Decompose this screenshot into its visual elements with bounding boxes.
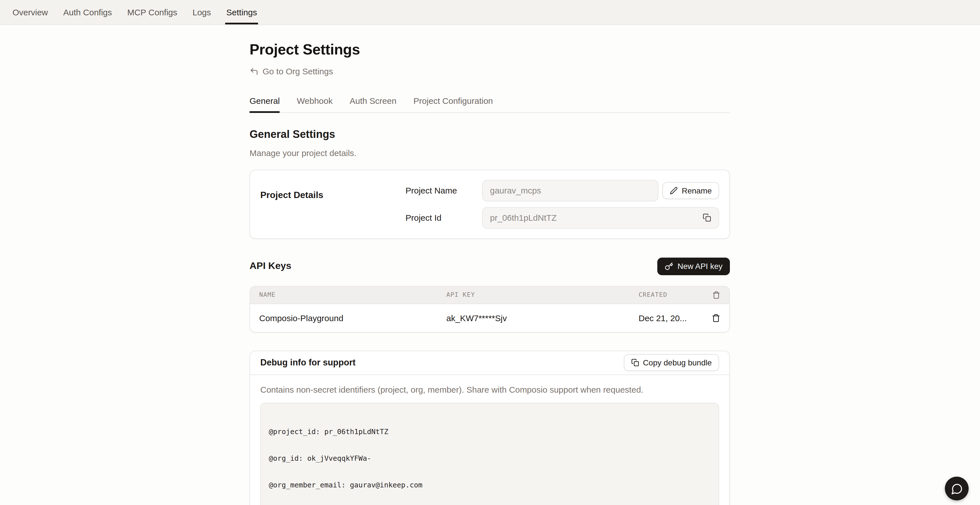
column-header-name: NAME: [259, 291, 446, 298]
main-content: Project Settings Go to Org Settings Gene…: [250, 25, 730, 505]
api-keys-table-header: NAME API KEY CREATED: [250, 286, 730, 304]
tab-project-configuration[interactable]: Project Configuration: [414, 92, 493, 112]
api-keys-header: API Keys New API key: [250, 257, 730, 275]
debug-card-header: Debug info for support Copy debug bundle: [250, 351, 729, 375]
chat-bubble-icon: [951, 483, 963, 494]
support-chat-button[interactable]: [945, 476, 969, 500]
api-key-name-cell: Composio-Playground: [259, 313, 446, 323]
new-api-key-button[interactable]: New API key: [657, 257, 730, 275]
project-id-input-wrap: [482, 207, 719, 228]
pencil-icon: [670, 186, 678, 194]
api-key-value-cell: ak_KW7*****Sjv: [446, 313, 639, 323]
debug-line-project-id: @project_id: pr_06th1pLdNtTZ: [269, 427, 711, 436]
nav-item-overview[interactable]: Overview: [13, 0, 48, 24]
project-id-label: Project Id: [406, 213, 482, 222]
debug-line-org-id: @org_id: ok_jVveqqkYFWa-: [269, 454, 711, 463]
debug-info-card: Debug info for support Copy debug bundle…: [250, 350, 730, 505]
top-navigation: Overview Auth Configs MCP Configs Logs S…: [0, 0, 980, 25]
go-to-org-settings-link[interactable]: Go to Org Settings: [250, 66, 333, 76]
project-details-card: Project Details Project Name Rename Proj…: [250, 169, 730, 239]
project-name-row: Project Name Rename: [406, 180, 719, 201]
new-api-key-button-label: New API key: [678, 261, 722, 271]
trash-icon[interactable]: [712, 291, 720, 299]
general-settings-heading: General Settings: [250, 128, 730, 140]
debug-card-body: Contains non-secret identifiers (project…: [250, 375, 729, 505]
page-title: Project Settings: [250, 41, 730, 59]
settings-tabs: General Webhook Auth Screen Project Conf…: [250, 92, 730, 113]
nav-item-auth-configs[interactable]: Auth Configs: [63, 0, 112, 24]
debug-card-title: Debug info for support: [260, 357, 356, 368]
project-id-row: Project Id: [406, 207, 719, 228]
trash-icon[interactable]: [712, 314, 720, 322]
copy-icon: [702, 213, 711, 222]
nav-item-mcp-configs[interactable]: MCP Configs: [127, 0, 177, 24]
nav-item-settings[interactable]: Settings: [226, 0, 257, 24]
back-link-label: Go to Org Settings: [262, 66, 333, 76]
project-details-fields: Project Name Rename Project Id: [406, 180, 719, 228]
debug-description: Contains non-secret identifiers (project…: [260, 384, 719, 394]
project-name-label: Project Name: [406, 186, 482, 195]
tab-general[interactable]: General: [250, 92, 280, 112]
api-key-created-cell: Dec 21, 20...: [639, 313, 709, 323]
copy-project-id-button[interactable]: [701, 212, 712, 223]
project-id-input[interactable]: [482, 207, 719, 228]
copy-icon: [631, 358, 639, 366]
api-key-row: Composio-Playground ak_KW7*****Sjv Dec 2…: [250, 304, 730, 332]
general-settings-subheading: Manage your project details.: [250, 148, 730, 158]
api-keys-heading: API Keys: [250, 260, 291, 272]
nav-item-logs[interactable]: Logs: [192, 0, 211, 24]
tab-auth-screen[interactable]: Auth Screen: [350, 92, 396, 112]
api-keys-table: NAME API KEY CREATED Composio-Playground…: [250, 286, 730, 332]
rename-button-label: Rename: [682, 186, 712, 195]
copy-debug-bundle-button[interactable]: Copy debug bundle: [624, 354, 719, 371]
debug-bundle-code-block: @project_id: pr_06th1pLdNtTZ @org_id: ok…: [260, 403, 719, 505]
key-icon: [664, 262, 673, 270]
copy-debug-bundle-label: Copy debug bundle: [643, 358, 712, 367]
app-viewport: Overview Auth Configs MCP Configs Logs S…: [0, 0, 980, 505]
project-name-input[interactable]: [482, 180, 659, 201]
debug-line-org-member-email: @org_member_email: gaurav@inkeep.com: [269, 481, 711, 489]
column-header-created: CREATED: [639, 291, 709, 298]
corner-up-left-icon: [250, 67, 259, 76]
rename-button[interactable]: Rename: [662, 182, 719, 199]
tab-webhook[interactable]: Webhook: [297, 92, 332, 112]
project-details-title: Project Details: [260, 180, 406, 228]
column-header-api-key: API KEY: [446, 291, 639, 298]
